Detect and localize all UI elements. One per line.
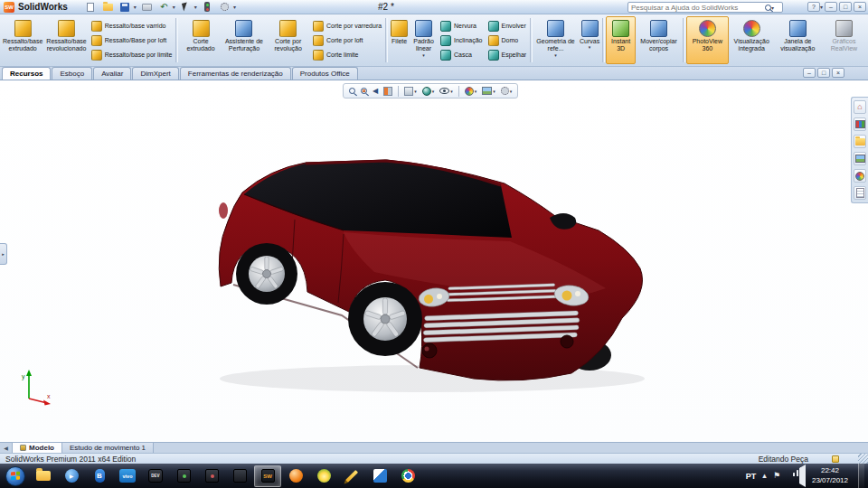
extruded-cut-button[interactable]: Corte extrudado [179,16,222,64]
curves-button[interactable]: Curvas ▾ [578,16,601,64]
view-palette-tab[interactable] [854,152,866,165]
swept-cut-button[interactable]: Corte por varredura [310,19,384,33]
help-button[interactable]: ? [807,2,820,12]
taskbar-pencil-app-button[interactable] [338,465,365,487]
shell-button[interactable]: Casca [438,48,486,61]
taskbar-dev-button[interactable]: DEV [142,465,169,487]
help-caret-icon[interactable]: ▾ [820,4,823,10]
mirror-button[interactable]: Espelhar [486,48,530,61]
hole-wizard-button[interactable]: Assistente de Perfuração [222,16,267,64]
minimize-doc-button[interactable]: – [803,68,816,78]
taskbar-media-player-button[interactable]: ▶ [58,465,85,487]
dome-button[interactable]: Domo [486,33,530,47]
previous-view-button[interactable]: ◀ [371,87,380,96]
select-button[interactable] [179,1,193,14]
taskbar-chrome-button[interactable] [394,465,421,487]
hidden-icons-button[interactable]: ▴ [762,472,767,480]
action-center-flag-icon[interactable]: ⚑ [773,472,780,480]
model-tab[interactable]: Modelo [13,443,62,453]
linear-pattern-caret-icon[interactable]: ▾ [422,53,425,58]
preview-window-button[interactable]: Janela de visualização [775,16,821,64]
undo-caret-icon[interactable]: ▾ [173,4,175,10]
featuremanager-flyout-tab[interactable]: ▸ [0,243,7,265]
taskbar-solidworks-button[interactable]: SW [254,465,281,487]
reference-geometry-button[interactable]: Geometria de refe... ▾ [533,16,578,64]
lofted-cut-button[interactable]: Corte por loft [310,33,384,47]
display-style-button[interactable]: ▾ [420,86,437,97]
tab-dimxpert[interactable]: DimXpert [132,67,178,80]
apply-scene-button[interactable]: ▾ [480,86,497,96]
tab-produtos-office[interactable]: Produtos Office [292,67,358,80]
custom-properties-tab[interactable] [854,186,866,200]
tab-scroll-left-button[interactable]: ◀ [0,443,13,453]
draft-button[interactable]: Inclinação [438,33,486,47]
boundary-cut-button[interactable]: Corte limite [310,48,384,61]
taskbar-orange-app-button[interactable] [282,465,309,487]
revolved-cut-button[interactable]: Corte por revolução [266,16,310,64]
view-settings-button[interactable]: ▾ [499,86,514,96]
start-button[interactable] [5,466,25,486]
show-desktop-button[interactable] [858,464,864,488]
select-caret-icon[interactable]: ▾ [194,4,197,10]
taskbar-app-dark-3-button[interactable] [226,465,253,487]
taskbar-bluetooth-button[interactable]: B [86,465,113,487]
zoom-area-button[interactable] [359,87,369,95]
tab-recursos[interactable]: Recursos [2,67,51,80]
design-library-tab[interactable] [854,117,866,131]
undo-button[interactable]: ↶ [157,1,171,14]
taskbar-burner-app-button[interactable] [310,465,337,487]
fillet-button[interactable]: Filete [389,16,410,64]
taskbar-explorer-button[interactable] [30,465,57,487]
photoview360-button[interactable]: PhotoView 360 [686,16,729,64]
wrap-button[interactable]: Envolver [486,19,530,33]
taskbar-clock[interactable]: 22:42 23/07/2012 [812,466,848,485]
save-caret-icon[interactable]: ▾ [134,4,137,10]
close-app-button[interactable]: × [854,2,866,12]
curves-caret-icon[interactable]: ▾ [589,45,591,50]
hide-show-items-button[interactable]: ▾ [438,87,455,95]
save-button[interactable] [118,1,132,14]
taskbar-app-dark-2-button[interactable] [198,465,225,487]
motion-study-tab[interactable]: Estudo de movimento 1 [62,443,154,453]
solidworks-resources-tab[interactable]: ⌂ [854,100,866,114]
file-explorer-tab[interactable] [854,135,866,148]
rib-button[interactable]: Nervura [438,19,486,33]
graphics-area[interactable]: ◀ ▾ ▾ ▾ ▾ ▾ ▾ [0,80,868,442]
swept-boss-button[interactable]: Ressalto/base varrido [89,19,175,33]
search-input[interactable] [631,4,763,12]
close-doc-button[interactable]: × [832,68,844,78]
taskbar-blue-white-app-button[interactable] [366,465,393,487]
appearances-scenes-tab[interactable] [854,169,866,183]
options-caret-icon[interactable]: ▾ [233,4,236,10]
extruded-boss-button[interactable]: Ressalto/base extrudado [1,16,44,64]
tab-esboco[interactable]: Esboço [52,67,92,80]
minimize-app-button[interactable]: – [825,2,837,12]
taskbar-app-dark-1-button[interactable] [170,465,197,487]
open-button[interactable] [101,1,115,14]
car-model-3d[interactable] [206,151,658,404]
boundary-boss-button[interactable]: Ressalto/base por limite [89,48,175,61]
lofted-boss-button[interactable]: Ressalto/Base por loft [89,33,175,47]
rebuild-button[interactable] [201,1,214,14]
edit-appearance-button[interactable]: ▾ [463,86,479,97]
new-document-button[interactable] [84,1,98,14]
language-indicator[interactable]: PT [746,472,757,481]
instant3d-button[interactable]: Instant 3D [606,16,636,64]
restore-doc-button[interactable]: □ [817,68,830,78]
integrated-preview-button[interactable]: Visualização integrada [729,16,775,64]
tab-ferramentas-renderizacao[interactable]: Ferramentas de renderização [180,67,291,80]
resize-grip[interactable] [858,454,868,464]
status-note-icon[interactable] [832,455,839,463]
revolved-boss-button[interactable]: Ressalto/base revolucionado [44,16,88,64]
reference-geometry-caret-icon[interactable]: ▾ [554,53,557,58]
options-button[interactable] [218,1,231,14]
search-icon[interactable] [765,5,771,11]
view-orientation-button[interactable]: ▾ [402,86,419,97]
print-button[interactable] [140,1,154,14]
linear-pattern-button[interactable]: Padrão linear ▾ [410,16,438,64]
section-view-button[interactable] [382,86,394,97]
zoom-fit-button[interactable] [347,87,357,95]
move-copy-bodies-button[interactable]: Mover/copiar corpos [636,16,682,64]
tab-avaliar[interactable]: Avaliar [93,67,131,80]
restore-app-button[interactable]: □ [839,2,852,12]
